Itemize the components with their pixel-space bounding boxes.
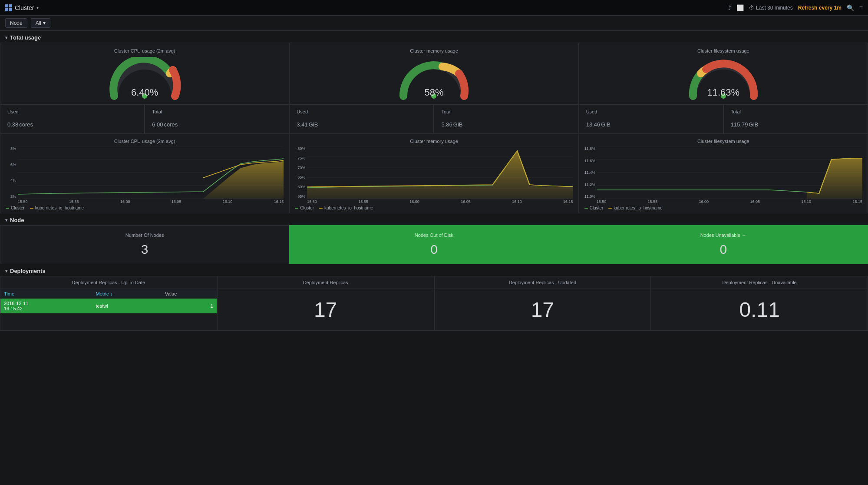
cpu-used-value: 0.38cores <box>7 118 137 129</box>
unavailable-value: 0 <box>719 242 727 257</box>
all-dropdown[interactable]: All ▾ <box>31 18 50 28</box>
svg-marker-21 <box>807 158 862 199</box>
cpu-chart-svg <box>18 146 284 199</box>
memory-chart-legend: Cluster kubernetes_io_hostname <box>295 206 573 210</box>
mem-used-label: Used <box>297 109 426 114</box>
charts-row: Cluster CPU usage (2m avg) 8%6%4%2% <box>0 134 868 213</box>
deploy-updated-value: 17 <box>435 289 651 330</box>
deploy-updated-title: Deployment Replicas - Updated <box>435 276 651 289</box>
clock-icon: ⏱ <box>749 5 754 11</box>
cpu-total-value: 6.00cores <box>152 118 282 129</box>
cpu-stats: Used 0.38cores Total 6.00cores <box>0 104 289 134</box>
header-left: Cluster ▾ <box>5 4 39 11</box>
app-logo <box>5 4 12 11</box>
mem-legend-node: kubernetes_io_hostname <box>319 206 373 210</box>
fs-legend-cluster: Cluster <box>584 206 604 210</box>
refresh-label: Refresh every 1m <box>798 5 842 11</box>
nodes-count-label: Number Of Nodes <box>125 233 164 238</box>
fs-total-label: Total <box>731 109 861 114</box>
mem-used-value: 3.41GiB <box>297 118 426 129</box>
node-grid: Number Of Nodes 3 Nodes Out of Disk 0 No… <box>0 225 868 264</box>
mem-total-unit: GiB <box>453 121 463 128</box>
deployments-section-header: ▾ Deployments <box>0 264 868 276</box>
cpu-chart-title: Cluster CPU usage (2m avg) <box>6 139 284 144</box>
deploy-panel-uptake: Deployment Replicas - Up To Date Time Me… <box>0 276 217 331</box>
out-of-disk-value: 0 <box>430 242 438 257</box>
fs-used-label: Used <box>586 109 716 114</box>
svg-marker-8 <box>203 161 284 199</box>
memory-chart-svg <box>307 146 573 199</box>
cpu-gauge-title: Cluster CPU usage (2m avg) <box>114 48 175 53</box>
deploy-uptake-title: Deployment Replicas - Up To Date <box>0 276 217 289</box>
filesystem-gauge-percent: 11.63% <box>707 87 740 98</box>
fs-legend-node: kubernetes_io_hostname <box>608 206 662 210</box>
all-caret: ▾ <box>43 20 46 26</box>
node-section-title: Node <box>10 217 24 223</box>
row-value: 1 <box>162 299 217 313</box>
filesystem-chart-legend: Cluster kubernetes_io_hostname <box>584 206 862 210</box>
deploy-panel-unavailable: Deployment Replicas - Unavailable 0.11 <box>651 276 868 331</box>
mem-total-cell: Total 5.86GiB <box>434 104 578 134</box>
cpu-chart-panel: Cluster CPU usage (2m avg) 8%6%4%2% <box>0 134 289 213</box>
col-metric[interactable]: Metric ↓ <box>92 289 161 299</box>
filesystem-chart-panel: Cluster filesystem usage 11.8%11.6%11.4%… <box>579 134 868 213</box>
deployments-chevron[interactable]: ▾ <box>5 269 7 273</box>
title-caret[interactable]: ▾ <box>36 5 39 10</box>
stats-row-all: Used 0.38cores Total 6.00cores Used 3.41… <box>0 104 868 134</box>
deployments-title: Deployments <box>10 268 46 274</box>
memory-chart-title: Cluster memory usage <box>295 139 573 144</box>
memory-stats: Used 3.41GiB Total 5.86GiB <box>289 104 578 134</box>
total-usage-header: ▾ Total usage <box>0 31 868 43</box>
total-usage-title: Total usage <box>10 34 41 41</box>
nodes-out-of-disk-panel: Nodes Out of Disk 0 <box>289 225 578 264</box>
filesystem-gauge-panel: Cluster filesystem usage 11.63% <box>579 43 868 104</box>
filesystem-y-axis: 11.8%11.6%11.4%11.2%11.0% <box>584 146 597 199</box>
col-value: Value <box>162 289 217 299</box>
memory-y-axis: 80%75%70%65%60%55% <box>295 146 307 199</box>
cpu-gauge-percent: 6.40% <box>131 87 158 98</box>
mem-total-value: 5.86GiB <box>441 118 571 129</box>
fs-stats: Used 13.46GiB Total 115.79GiB <box>579 104 868 134</box>
gauge-row: Cluster CPU usage (2m avg) 6.40% <box>0 43 868 104</box>
number-of-nodes-panel: Number Of Nodes 3 <box>0 225 289 264</box>
settings-icon[interactable]: ≡ <box>859 4 863 11</box>
cpu-total-cell: Total 6.00cores <box>145 104 289 134</box>
memory-gauge-panel: Cluster memory usage 58% <box>289 43 578 104</box>
node-section-header: ▾ Node <box>0 213 868 225</box>
node-button[interactable]: Node <box>5 18 27 28</box>
fs-total-cell: Total 115.79GiB <box>723 104 868 134</box>
fs-used-value: 13.46GiB <box>586 118 716 129</box>
total-usage-chevron[interactable]: ▾ <box>5 35 7 40</box>
search-icon[interactable]: 🔍 <box>847 4 854 11</box>
time-range[interactable]: ⏱ Last 30 minutes <box>749 5 793 11</box>
cpu-total-unit: cores <box>164 121 178 128</box>
svg-marker-15 <box>307 152 573 199</box>
cpu-chart-wrapper: 8%6%4%2% <box>6 146 284 199</box>
mem-used-cell: Used 3.41GiB <box>289 104 434 134</box>
deploy-panel-replicas: Deployment Replicas 17 <box>217 276 434 331</box>
fs-used-cell: Used 13.46GiB <box>579 104 723 134</box>
memory-chart-panel: Cluster memory usage 80%75%70%65%60%55% <box>289 134 578 213</box>
app-header: Cluster ▾ ⤴ ⬜ ⏱ Last 30 minutes Refresh … <box>0 0 868 16</box>
nodes-unavailable-panel: Nodes Unavailable → 0 <box>579 225 868 264</box>
toolbar: Node All ▾ <box>0 16 868 31</box>
cpu-legend-cluster: Cluster <box>6 206 25 210</box>
cpu-total-label: Total <box>152 109 282 114</box>
deploy-unavail-title: Deployment Replicas - Unavailable <box>651 276 868 289</box>
header-right: ⤴ ⬜ ⏱ Last 30 minutes Refresh every 1m 🔍… <box>728 4 863 11</box>
memory-gauge-title: Cluster memory usage <box>410 48 458 53</box>
col-time[interactable]: Time <box>0 289 92 299</box>
filesystem-chart-title: Cluster filesystem usage <box>584 139 862 144</box>
deploy-replicas-value: 17 <box>218 289 434 330</box>
cpu-legend-node: kubernetes_io_hostname <box>30 206 84 210</box>
share-icon[interactable]: ⤴ <box>728 4 731 11</box>
deploy-table: Time Metric ↓ Value 2018-12-1116:15:42 t… <box>0 289 217 313</box>
deploy-replicas-title: Deployment Replicas <box>218 276 434 289</box>
filesystem-chart-svg <box>597 146 862 199</box>
cpu-y-axis: 8%6%4%2% <box>6 146 18 199</box>
node-chevron[interactable]: ▾ <box>5 218 7 223</box>
tv-icon[interactable]: ⬜ <box>736 4 744 11</box>
row-metric: testwl <box>92 299 161 313</box>
memory-gauge-percent: 58% <box>424 87 443 98</box>
row-time: 2018-12-1116:15:42 <box>0 299 92 313</box>
